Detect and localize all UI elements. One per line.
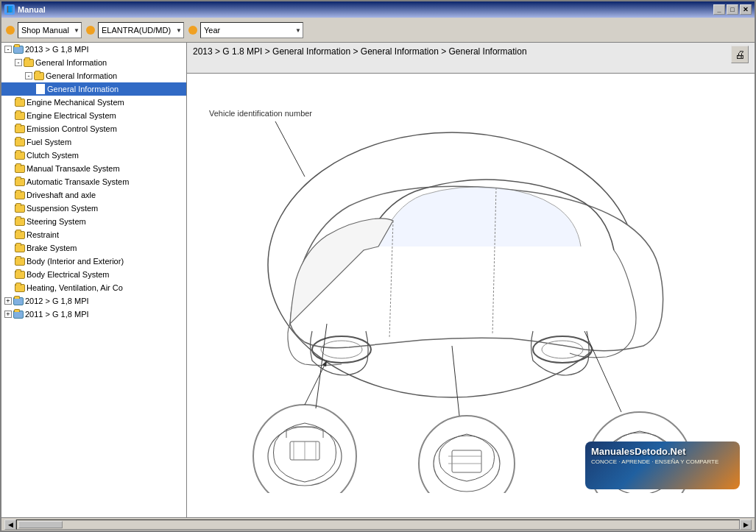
content-inner: Vehicle identification number Engine num…	[187, 74, 755, 500]
tree-clutch-system[interactable]: Clutch System	[1, 149, 186, 162]
print-button[interactable]: 🖨	[731, 46, 749, 63]
folder-icon-gi1	[24, 57, 34, 68]
window-title: Manual	[18, 5, 713, 14]
folder-icon-2013	[13, 44, 24, 54]
scroll-thumb[interactable]	[18, 521, 63, 528]
folder-icon-at	[15, 177, 25, 187]
close-button[interactable]: ✕	[740, 4, 752, 15]
expand-2012[interactable]: +	[4, 297, 12, 305]
tree-steering-label: Steering System	[27, 216, 86, 227]
watermark-main: ManualesDetodo.Net	[591, 446, 734, 457]
folder-icon-rest	[15, 230, 25, 240]
tree-driveshaft[interactable]: Driveshaft and axle	[1, 188, 186, 202]
shop-manual-dot	[6, 26, 15, 35]
tree-general-info-1-label: General Information	[35, 57, 107, 68]
main-area: - 2013 > G 1,8 MPI - General Information…	[1, 43, 755, 517]
model-group: ELANTRA(UD/MD)	[86, 22, 184, 38]
tree-root-2011[interactable]: + 2011 > G 1,8 MPI	[1, 308, 186, 321]
watermark-content: ManualesDetodo.Net CONOCE · APRENDE · EN…	[585, 441, 740, 469]
folder-icon-heat	[15, 283, 25, 293]
tree-body-interior-label: Body (Interior and Exterior)	[27, 255, 124, 267]
tree-restraint-label: Restraint	[27, 229, 59, 241]
main-window: 📘 Manual _ □ ✕ Shop Manual ELANTRA(UD/MD…	[0, 0, 756, 532]
folder-icon-2012	[13, 296, 24, 306]
shop-manual-select[interactable]: Shop Manual	[18, 22, 82, 38]
vehicle-diagram: Vehicle identification number Engine num…	[194, 81, 710, 493]
watermark: ManualesDetodo.Net CONOCE · APRENDE · EN…	[585, 441, 740, 489]
tree-suspension[interactable]: Suspension System	[1, 202, 186, 215]
print-icon: 🖨	[735, 49, 745, 60]
folder-icon-be	[15, 269, 25, 280]
tree-brake[interactable]: Brake System	[1, 241, 186, 255]
tree-general-info-3-label: General Information	[47, 83, 119, 95]
year-group: Year	[188, 22, 303, 38]
tree-suspension-label: Suspension System	[27, 202, 98, 214]
tree-engine-mechanical[interactable]: Engine Mechanical System	[1, 96, 186, 109]
sidebar: - 2013 > G 1,8 MPI - General Information…	[1, 43, 187, 517]
tree-steering[interactable]: Steering System	[1, 215, 186, 228]
svg-line-25	[452, 346, 459, 416]
year-select-wrapper: Year	[200, 22, 303, 38]
scroll-right-button[interactable]: ▶	[740, 519, 752, 530]
tree-general-info-1[interactable]: - General Information	[1, 56, 186, 69]
folder-icon-brk	[15, 243, 25, 253]
tree-fuel-system[interactable]: Fuel System	[1, 135, 186, 149]
expand-gi1[interactable]: -	[15, 59, 22, 66]
tree-heating[interactable]: Heating, Ventilation, Air Co	[1, 281, 186, 294]
tree-emission-control-label: Emission Control System	[27, 123, 117, 135]
expand-2011[interactable]: +	[4, 311, 12, 318]
breadcrumb-bar: 2013 > G 1.8 MPI > General Information >…	[187, 43, 755, 74]
tree-root-2012[interactable]: + 2012 > G 1,8 MPI	[1, 294, 186, 308]
expand-gi2[interactable]: -	[25, 72, 32, 79]
breadcrumb-text: 2013 > G 1.8 MPI > General Information >…	[193, 46, 728, 57]
tree-general-info-3[interactable]: General Information	[1, 82, 186, 96]
folder-icon-fs	[15, 137, 25, 147]
bottom-scrollbar[interactable]	[16, 519, 740, 530]
minimize-button[interactable]: _	[713, 4, 725, 15]
folder-icon-ee	[15, 110, 25, 121]
tree-driveshaft-label: Driveshaft and axle	[27, 189, 96, 201]
tree-automatic-transaxle[interactable]: Automatic Transaxle System	[1, 175, 186, 188]
model-select-wrapper: ELANTRA(UD/MD)	[98, 22, 184, 38]
tree-body-electrical[interactable]: Body Electrical System	[1, 268, 186, 281]
tree-heating-label: Heating, Ventilation, Air Co	[27, 282, 123, 294]
folder-icon-bi	[15, 256, 25, 266]
year-dot	[188, 26, 197, 35]
tree-engine-electrical-label: Engine Electrical System	[27, 110, 116, 121]
expand-2013[interactable]: -	[4, 46, 12, 53]
tree-manual-transaxle[interactable]: Manual Transaxle System	[1, 162, 186, 175]
title-bar: 📘 Manual _ □ ✕	[1, 1, 755, 18]
content-area: 2013 > G 1.8 MPI > General Information >…	[187, 43, 755, 517]
scroll-left-button[interactable]: ◀	[4, 519, 16, 530]
svg-line-28	[275, 121, 305, 177]
watermark-sub: CONOCE · APRENDE · ENSEÑA Y COMPARTE	[591, 458, 734, 465]
tree-general-info-2-label: General Information	[46, 70, 117, 82]
svg-line-11	[305, 361, 327, 405]
tree-manual-transaxle-label: Manual Transaxle System	[27, 163, 120, 174]
tree-engine-electrical[interactable]: Engine Electrical System	[1, 109, 186, 122]
content-scroll[interactable]: Vehicle identification number Engine num…	[187, 74, 755, 517]
shop-manual-group: Shop Manual	[6, 22, 82, 38]
model-dot	[86, 26, 95, 35]
model-select[interactable]: ELANTRA(UD/MD)	[98, 22, 184, 38]
tree-clutch-system-label: Clutch System	[27, 149, 79, 161]
restore-button[interactable]: □	[727, 4, 738, 15]
breadcrumb-full: 2013 > G 1.8 MPI > General Information >…	[193, 46, 527, 57]
svg-text:Vehicle identification number: Vehicle identification number	[209, 109, 312, 118]
tree-root-2012-label: 2012 > G 1,8 MPI	[25, 295, 89, 307]
year-select[interactable]: Year	[200, 22, 303, 38]
tree-restraint[interactable]: Restraint	[1, 228, 186, 241]
app-icon: 📘	[4, 4, 15, 15]
tree-body-interior[interactable]: Body (Interior and Exterior)	[1, 255, 186, 268]
tree-root-2011-label: 2011 > G 1,8 MPI	[25, 308, 89, 320]
tree-automatic-transaxle-label: Automatic Transaxle System	[27, 176, 129, 188]
folder-icon-em	[15, 97, 25, 107]
toolbar: Shop Manual ELANTRA(UD/MD) Year	[1, 18, 755, 43]
bottom-bar: ◀ ▶	[1, 517, 755, 531]
tree-root-2013-label: 2013 > G 1,8 MPI	[25, 43, 89, 55]
tree-root-2013[interactable]: - 2013 > G 1,8 MPI	[1, 43, 186, 56]
tree-general-info-2[interactable]: - General Information	[1, 69, 186, 82]
tree-emission-control[interactable]: Emission Control System	[1, 122, 186, 135]
shop-manual-select-wrapper: Shop Manual	[18, 22, 82, 38]
folder-icon-cs	[15, 150, 25, 160]
